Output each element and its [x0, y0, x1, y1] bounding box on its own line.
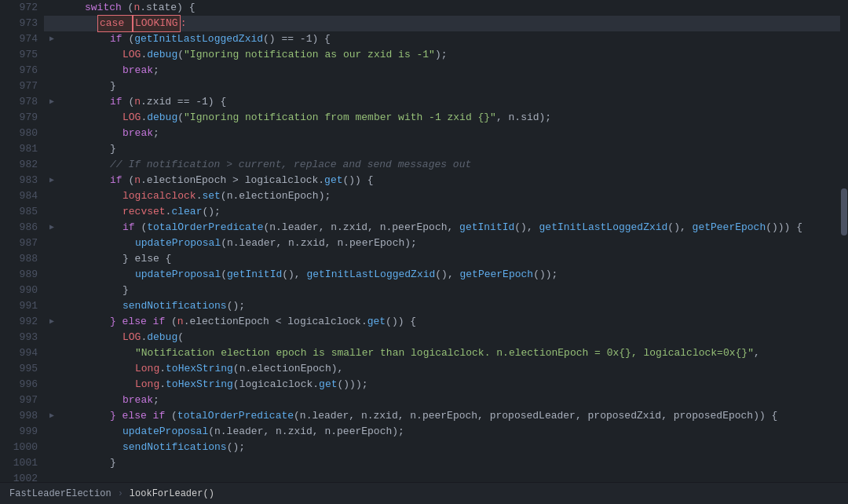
code-token: getInitLastLoggedZxid — [306, 267, 435, 283]
code-token: LOG — [122, 330, 141, 345]
code-token: . — [159, 361, 166, 377]
code-token: (n.leader, n.zxid, n.peerEpoch, — [263, 220, 459, 236]
fold-gutter[interactable]: ▶ — [44, 31, 60, 47]
code-token: LOG — [122, 110, 141, 126]
code-token: (n.leader, n.zxid, n.peerEpoch); — [208, 424, 404, 440]
code-token: , — [754, 345, 760, 361]
code-token: if — [110, 94, 122, 110]
code-token: . — [184, 314, 190, 330]
line-number: 1002 — [0, 471, 38, 482]
code-token: electionEpoch > logicalclock. — [147, 173, 324, 188]
code-token: . — [159, 377, 166, 393]
code-token: break — [122, 393, 153, 408]
line-number: 976 — [0, 63, 38, 79]
code-line: switch (n.state) { — [44, 0, 840, 16]
code-token: get — [367, 314, 386, 330]
code-token: logicalclock — [122, 188, 196, 204]
code-line: Long.toHexString(logicalclock.get())); — [44, 377, 840, 393]
line-number: 982 — [0, 157, 38, 173]
code-line: "Notification election epoch is smaller … — [44, 345, 840, 361]
code-token: state — [146, 0, 177, 16]
code-token: ( — [177, 330, 184, 345]
fold-arrow[interactable]: ▶ — [49, 94, 54, 110]
scrollbar-thumb[interactable] — [841, 188, 847, 236]
fold-gutter[interactable]: ▶ — [44, 408, 60, 424]
code-token: Long — [135, 361, 159, 377]
scrollbar[interactable] — [840, 0, 848, 482]
code-line: } — [44, 79, 840, 94]
line-number: 996 — [0, 377, 38, 393]
code-token: ( — [122, 31, 135, 47]
code-token: } else if — [110, 408, 165, 424]
line-number: 975 — [0, 47, 38, 63]
code-token: . — [141, 47, 147, 63]
fold-arrow[interactable]: ▶ — [49, 314, 54, 330]
code-token: : — [181, 16, 187, 31]
line-number: 995 — [0, 361, 38, 377]
code-token: electionEpoch < logicalclock. — [189, 314, 367, 330]
code-token: get — [319, 377, 337, 393]
code-token: break — [122, 63, 153, 79]
code-token: debug — [147, 47, 177, 63]
code-token: . — [166, 204, 172, 220]
code-token: ( — [122, 94, 135, 110]
code-token: ()); — [533, 267, 557, 283]
breadcrumb-class: FastLeaderElection — [9, 488, 111, 499]
code-token: n — [134, 173, 141, 188]
line-number: 978 — [0, 94, 38, 110]
code-token: debug — [147, 110, 177, 126]
code-line: sendNotifications(); — [44, 440, 840, 455]
fold-arrow[interactable]: ▶ — [49, 31, 54, 47]
fold-gutter[interactable]: ▶ — [44, 94, 60, 110]
code-token: ())); — [337, 377, 367, 393]
line-number: 983 — [0, 173, 38, 188]
code-line: recvset.clear(); — [44, 204, 840, 220]
fold-arrow[interactable]: ▶ — [49, 220, 54, 236]
code-token: n — [133, 0, 140, 16]
breadcrumb-separator: › — [118, 488, 123, 499]
code-area[interactable]: switch (n.state) {case LOOKING:▶if (getI… — [44, 0, 840, 482]
code-line: LOG.debug("Ignoring notification from me… — [44, 110, 840, 126]
code-token: ()) { — [386, 314, 416, 330]
code-token: (), — [282, 267, 306, 283]
code-line: } — [44, 141, 840, 157]
code-token: . — [141, 110, 147, 126]
line-number: 999 — [0, 424, 38, 440]
code-token: if — [122, 220, 135, 236]
code-token: . — [196, 188, 203, 204]
line-number: 998 — [0, 408, 38, 424]
code-line: Long.toHexString(n.electionEpoch), — [44, 361, 840, 377]
fold-gutter[interactable]: ▶ — [44, 220, 60, 236]
code-line: LOG.debug("Ignoring notification as our … — [44, 47, 840, 63]
code-token: ())) { — [766, 220, 802, 236]
fold-gutter[interactable]: ▶ — [44, 173, 60, 188]
code-token: (n.electionEpoch), — [233, 361, 343, 377]
code-token: (), — [514, 220, 539, 236]
code-token: getPeerEpoch — [460, 267, 534, 283]
code-token: totalOrderPredicate — [147, 220, 263, 236]
code-line: ▶if (totalOrderPredicate(n.leader, n.zxi… — [44, 220, 840, 236]
line-number: 1001 — [0, 455, 38, 471]
code-token: (n.leader, n.zxid, n.peerEpoch, proposed… — [294, 408, 777, 424]
code-token: updateProposal — [135, 236, 221, 251]
code-token: updateProposal — [122, 424, 208, 440]
line-number: 985 — [0, 204, 38, 220]
fold-arrow[interactable]: ▶ — [49, 173, 54, 188]
code-token: ); — [435, 47, 448, 63]
code-token: getInitLastLoggedZxid — [539, 220, 668, 236]
line-number: 992 — [0, 314, 38, 330]
line-number: 972 — [0, 0, 38, 16]
case-keyword-highlight: LOOKING — [133, 15, 181, 32]
code-line: case LOOKING: — [44, 16, 840, 31]
fold-gutter[interactable]: ▶ — [44, 314, 60, 330]
code-line: ▶} else if (totalOrderPredicate(n.leader… — [44, 408, 840, 424]
code-token: getInitId — [459, 220, 514, 236]
line-number: 1000 — [0, 440, 38, 455]
code-token: ( — [135, 220, 148, 236]
fold-arrow[interactable]: ▶ — [49, 408, 54, 424]
code-token: (), — [667, 220, 692, 236]
code-token: ( — [122, 0, 134, 16]
code-token: updateProposal — [135, 267, 221, 283]
line-number: 987 — [0, 236, 38, 251]
code-line — [44, 471, 840, 482]
